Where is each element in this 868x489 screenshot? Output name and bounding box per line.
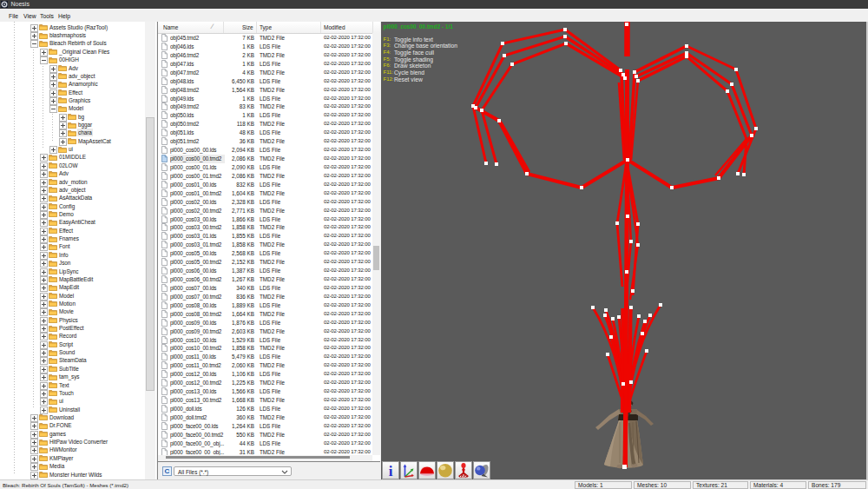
svg-text:i: i <box>389 463 393 479</box>
